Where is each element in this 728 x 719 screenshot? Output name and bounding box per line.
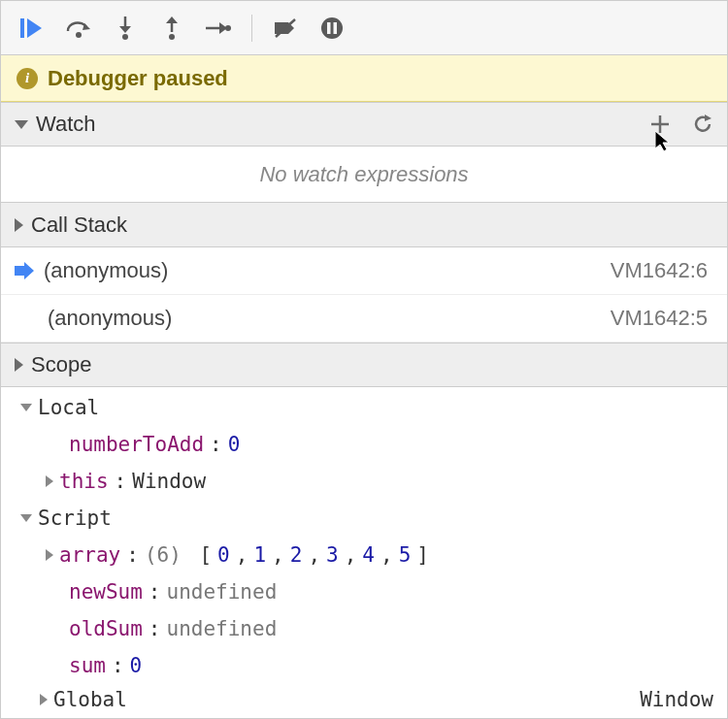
scope-global-header[interactable]: Global Window bbox=[20, 684, 727, 715]
stack-frame[interactable]: (anonymous) VM1642:6 bbox=[1, 247, 727, 295]
expand-icon bbox=[46, 549, 53, 561]
scope-var[interactable]: newSum: undefined bbox=[20, 573, 727, 610]
var-name: sum bbox=[69, 651, 106, 680]
collapse-icon bbox=[15, 120, 28, 129]
scope-var[interactable]: array: (6) [0, 1, 2, 3, 4, 5] bbox=[20, 537, 727, 573]
svg-rect-0 bbox=[20, 18, 24, 38]
step-into-button[interactable] bbox=[106, 9, 145, 48]
refresh-watch-button[interactable] bbox=[692, 114, 713, 135]
scope-global-value: Window bbox=[640, 688, 713, 711]
array-length: (6) bbox=[145, 540, 182, 570]
expand-icon bbox=[15, 358, 23, 372]
collapse-icon bbox=[20, 404, 32, 411]
svg-point-15 bbox=[321, 17, 343, 39]
callstack-section-header[interactable]: Call Stack bbox=[1, 203, 727, 247]
debugger-status-bar: i Debugger paused bbox=[1, 55, 727, 102]
info-icon: i bbox=[17, 68, 38, 89]
scope-section-header[interactable]: Scope bbox=[1, 343, 727, 387]
resume-button[interactable] bbox=[13, 9, 51, 48]
svg-marker-1 bbox=[27, 18, 42, 38]
var-value: Window bbox=[132, 467, 206, 496]
scope-script-header[interactable]: Script bbox=[20, 500, 727, 537]
cursor-icon bbox=[655, 131, 673, 152]
var-name: array bbox=[59, 540, 120, 570]
watch-section-header[interactable]: Watch bbox=[1, 102, 727, 147]
scope-title: Scope bbox=[31, 352, 91, 377]
scope-var[interactable]: sum: 0 bbox=[20, 647, 727, 684]
frame-location: VM1642:6 bbox=[611, 258, 708, 283]
scope-script-label: Script bbox=[38, 504, 112, 533]
pause-on-exceptions-button[interactable] bbox=[313, 9, 351, 48]
watch-title: Watch bbox=[36, 112, 96, 137]
svg-point-9 bbox=[169, 34, 175, 40]
watch-empty-message: No watch expressions bbox=[1, 147, 727, 203]
scope-local-label: Local bbox=[38, 393, 99, 422]
expand-icon bbox=[40, 694, 48, 705]
var-value: undefined bbox=[167, 577, 278, 606]
expand-icon bbox=[15, 218, 23, 232]
stack-frame[interactable]: (anonymous) VM1642:5 bbox=[1, 295, 727, 343]
callstack-title: Call Stack bbox=[31, 212, 127, 238]
step-button[interactable] bbox=[199, 9, 238, 48]
scope-var[interactable]: this: Window bbox=[20, 463, 727, 500]
svg-point-12 bbox=[225, 25, 231, 31]
scope-local-header[interactable]: Local bbox=[20, 389, 727, 426]
scope-var[interactable]: oldSum: undefined bbox=[20, 610, 727, 647]
step-out-button[interactable] bbox=[152, 9, 191, 48]
collapse-icon bbox=[20, 514, 32, 522]
debugger-toolbar bbox=[1, 1, 727, 55]
var-value: 0 bbox=[228, 430, 241, 459]
var-name: newSum bbox=[69, 577, 143, 606]
scope-var[interactable]: numberToAdd: 0 bbox=[20, 426, 727, 463]
svg-marker-5 bbox=[119, 26, 131, 33]
current-frame-icon bbox=[15, 262, 34, 279]
status-text: Debugger paused bbox=[48, 66, 228, 91]
svg-marker-20 bbox=[655, 131, 669, 151]
scope-content: Local numberToAdd: 0 this: Window Script… bbox=[1, 387, 727, 717]
expand-icon bbox=[46, 475, 53, 487]
frame-location: VM1642:5 bbox=[611, 306, 708, 331]
deactivate-breakpoints-button[interactable] bbox=[266, 9, 305, 48]
add-watch-button[interactable] bbox=[649, 114, 671, 135]
var-name: numberToAdd bbox=[69, 430, 204, 459]
toolbar-divider bbox=[251, 15, 252, 42]
svg-point-6 bbox=[122, 34, 128, 40]
frame-name: (anonymous) bbox=[44, 258, 601, 283]
svg-point-3 bbox=[76, 32, 82, 38]
var-name: oldSum bbox=[69, 614, 143, 643]
scope-global-label: Global bbox=[53, 688, 127, 711]
svg-marker-21 bbox=[705, 114, 711, 121]
step-over-button[interactable] bbox=[59, 9, 98, 48]
var-value: 0 bbox=[130, 651, 143, 680]
svg-rect-17 bbox=[334, 22, 338, 34]
frame-name: (anonymous) bbox=[48, 306, 601, 331]
var-name: this bbox=[59, 467, 109, 496]
svg-marker-22 bbox=[15, 262, 34, 279]
var-value: undefined bbox=[167, 614, 278, 643]
svg-rect-16 bbox=[327, 22, 331, 34]
